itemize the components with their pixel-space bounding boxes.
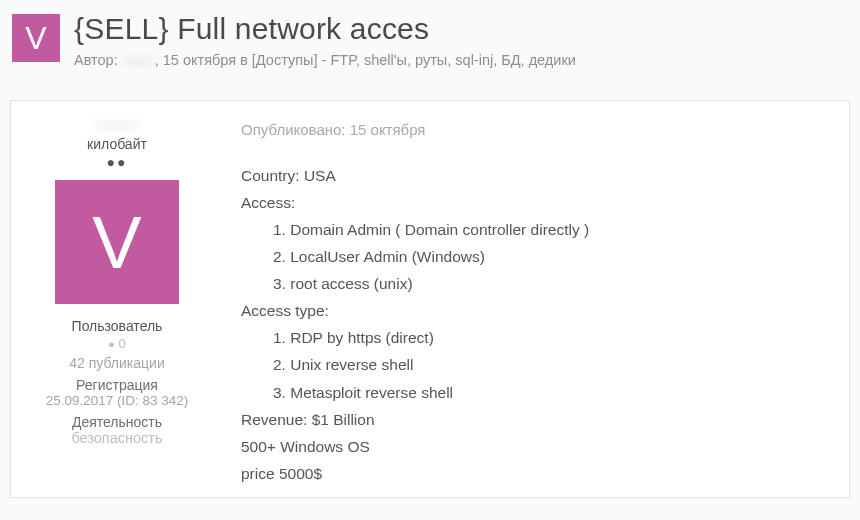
author-avatar[interactable]: V [55,180,179,304]
body-access-type-label: Access type: [241,297,831,324]
forum-link[interactable]: [Доступы] [252,52,318,68]
rep-dot-icon: ● [108,338,115,350]
body-access-type-item: 3. Metasploit reverse shell [241,379,831,406]
thread-byline: Автор: ——, 15 октября в [Доступы] - FTP,… [74,50,848,70]
author-label: Автор: [74,52,118,68]
author-sidebar: ——— килобайт ●● V Пользователь ● 0 42 пу… [11,101,223,497]
rank-pips: ●● [21,154,213,170]
thread-header: V {SELL} Full network acces Автор: ——, 1… [0,0,860,84]
body-country: Country: USA [241,162,831,189]
posted-date[interactable]: 15 октября [350,121,426,138]
author-username[interactable]: ——— [95,115,140,132]
body-access-label: Access: [241,189,831,216]
body-os: 500+ Windows OS [241,433,831,460]
body-revenue: Revenue: $1 Billion [241,406,831,433]
byline-sep: , [155,52,163,68]
body-price: price 5000$ [241,460,831,487]
posted-line: Опубликовано: 15 октября [241,117,831,143]
posted-label: Опубликовано: [241,121,350,138]
author-role: Пользователь [21,318,213,334]
author-name[interactable]: —— [122,50,155,70]
activity-label: Деятельность [21,414,213,430]
forum-link-rest[interactable]: - FTP, shell'ы, руты, sql-inj, БД, дедик… [318,52,576,68]
byline-in: в [236,52,252,68]
registration-value: 25.09.2017 (ID: 83 342) [21,393,213,408]
title-block: {SELL} Full network acces Автор: ——, 15 … [74,12,848,70]
body-access-item: 2. LocalUser Admin (Windows) [241,243,831,270]
author-reputation: ● 0 [21,336,213,351]
body-access-type-item: 1. RDP by https (direct) [241,324,831,351]
body-access-type-item: 2. Unix reverse shell [241,351,831,378]
rep-value: 0 [115,336,126,351]
body-access-item: 3. root access (unix) [241,270,831,297]
thread-title: {SELL} Full network acces [74,12,848,46]
thread-avatar: V [12,14,60,62]
post-date-link[interactable]: 15 октября [163,52,236,68]
post-content: Опубликовано: 15 октября Country: USA Ac… [223,101,849,497]
activity-value: безопасность [21,430,213,446]
post-container: ——— килобайт ●● V Пользователь ● 0 42 пу… [10,100,850,498]
author-post-count: 42 публикации [21,355,213,371]
body-access-item: 1. Domain Admin ( Domain controller dire… [241,216,831,243]
registration-label: Регистрация [21,377,213,393]
author-rank: килобайт [21,136,213,152]
